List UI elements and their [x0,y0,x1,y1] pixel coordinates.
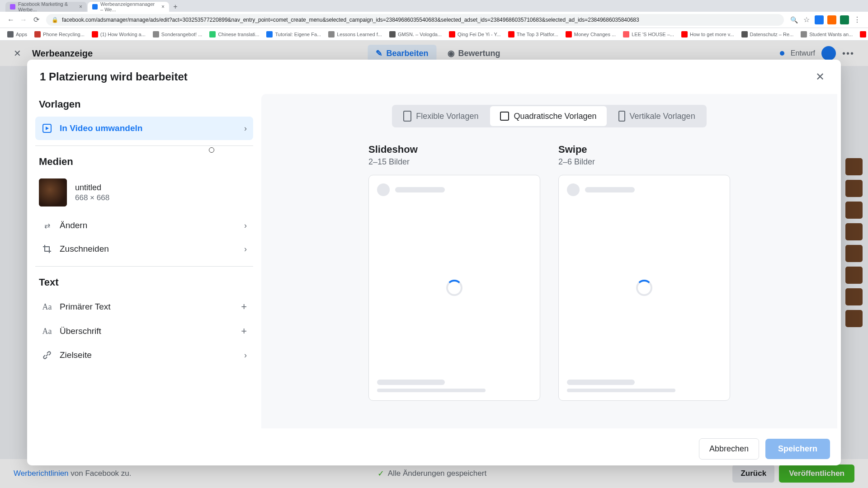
bookmark-item[interactable]: How to get more v... [679,30,737,38]
flexible-icon [403,111,411,122]
tab-title: Facebook Marketing & Werbe... [18,1,75,12]
bookmark-item[interactable]: Chinese translati... [207,30,262,38]
bookmark-item[interactable]: Datenschutz – Re... [739,30,797,38]
swap-icon: ⇄ [42,220,52,231]
tab-square[interactable]: Quadratische Vorlagen [490,106,606,126]
bookmarks-bar: Apps Phone Recycling... (1) How Working … [0,28,868,41]
template-format-tabs: Flexible Vorlagen Quadratische Vorlagen … [392,105,706,127]
bookmark-item[interactable]: The Top 3 Platfor... [505,30,561,38]
tab-title: Werbeanzeigenmanager – We... [100,1,158,12]
lock-icon: 🔒 [52,17,58,23]
section-text: Text [35,272,253,295]
modal-header: 1 Platzierung wird bearbeitet ✕ [27,60,841,94]
url-input[interactable]: 🔒 facebook.com/adsmanager/manage/ads/edi… [46,14,784,26]
divider [35,145,253,146]
star-icon[interactable]: ☆ [800,14,813,26]
plus-icon: + [241,301,247,313]
url-text: facebook.com/adsmanager/manage/ads/edit?… [62,17,639,23]
media-thumbnail [39,178,67,206]
bookmark-item[interactable]: (1) How Working a... [89,30,148,38]
tab-flexible[interactable]: Flexible Vorlagen [393,106,488,126]
address-bar: ← → ⟳ 🔒 facebook.com/adsmanager/manage/a… [0,12,868,28]
skeleton-line [567,380,635,385]
media-item[interactable]: untitled 668 × 668 [35,174,253,214]
media-name: untitled [75,183,109,192]
card-title: Swipe [558,144,730,155]
placement-editor-modal: 1 Platzierung wird bearbeitet ✕ Vorlagen… [27,60,841,465]
skeleton-avatar [567,183,580,196]
template-card-slideshow[interactable]: Slideshow 2–15 Bilder [368,144,540,401]
template-preview-area: Flexible Vorlagen Quadratische Vorlagen … [261,94,837,428]
card-title: Slideshow [368,144,540,155]
card-preview [558,175,730,401]
extension-icon[interactable] [815,15,824,24]
divider [35,266,253,267]
chevron-right-icon: › [244,221,247,230]
close-icon[interactable]: × [161,4,165,10]
section-media: Medien [35,151,253,174]
crop-icon [42,244,52,254]
vertical-icon [618,111,625,122]
zoom-icon[interactable]: 🔍 [788,14,800,26]
chevron-right-icon: › [244,351,247,360]
browser-tab[interactable]: Facebook Marketing & Werbe... × [5,2,87,12]
extension-icon[interactable] [827,15,836,24]
primary-text-row[interactable]: Aa Primärer Text + [35,295,253,319]
text-icon: Aa [42,326,52,337]
bookmark-item[interactable]: Sonderangebot! ... [150,30,205,38]
modal-sidebar: Vorlagen In Video umwandeln › Medien unt… [27,94,261,432]
square-icon [500,112,509,121]
close-icon[interactable]: × [79,4,82,10]
bookmark-item[interactable]: LEE 'S HOUSE –... [620,30,677,38]
media-dimensions: 668 × 668 [75,193,109,202]
browser-tab-active[interactable]: Werbeanzeigenmanager – We... × [88,2,169,12]
bookmark-item[interactable]: GMSN. – Vologda... [387,30,444,38]
apps-button[interactable]: Apps [5,30,30,38]
crop-media-row[interactable]: Zuschneiden › [35,237,253,261]
tab-favicon [10,4,15,9]
chevron-right-icon: › [244,124,247,133]
loading-spinner-icon [446,280,462,296]
bookmark-item[interactable]: Phone Recycling... [32,30,87,38]
close-icon[interactable]: ✕ [812,69,828,85]
card-preview [368,175,540,401]
plus-icon: + [241,325,247,337]
skeleton-line [567,389,675,392]
cancel-button[interactable]: Abbrechen [699,438,759,460]
nav-back-icon[interactable]: ← [5,14,17,26]
modal-footer: Abbrechen Speichern [27,432,841,465]
convert-to-video-row[interactable]: In Video umwandeln › [35,117,253,140]
card-subtitle: 2–15 Bilder [368,157,540,167]
bookmark-item[interactable]: Money Changes ... [563,30,618,38]
loading-spinner-icon [636,280,652,296]
bookmark-item[interactable]: Lessons Learned f... [326,30,385,38]
link-icon [42,350,52,361]
menu-icon[interactable]: ⋮ [851,14,863,26]
new-tab-button[interactable]: + [170,2,181,12]
skeleton-line [585,187,635,192]
section-templates: Vorlagen [35,94,253,117]
template-card-swipe[interactable]: Swipe 2–6 Bilder [558,144,730,401]
landing-page-row[interactable]: Zielseite › [35,343,253,367]
save-button[interactable]: Speichern [765,439,830,459]
skeleton-line [377,380,445,385]
change-media-row[interactable]: ⇄ Ändern › [35,214,253,237]
bookmark-item[interactable]: Student Wants an... [798,30,855,38]
nav-reload-icon[interactable]: ⟳ [30,14,42,26]
modal-title: 1 Platzierung wird bearbeitet [40,70,188,83]
bookmark-item[interactable]: Qing Fei De Yi - Y... [446,30,504,38]
bookmark-item[interactable]: Tutorial: Eigene Fa... [264,30,324,38]
extension-icon[interactable] [840,15,849,24]
nav-forward-icon[interactable]: → [17,14,30,26]
tab-favicon [92,4,98,9]
tab-vertical[interactable]: Vertikale Vorlagen [609,106,705,126]
play-icon [42,123,52,134]
skeleton-line [395,187,445,192]
chevron-right-icon: › [244,244,247,254]
skeleton-avatar [377,183,390,196]
skeleton-line [377,389,486,392]
card-subtitle: 2–6 Bilder [558,157,730,167]
headline-row[interactable]: Aa Überschrift + [35,319,253,343]
text-icon: Aa [42,301,52,312]
bookmark-item[interactable]: (2) How To Add A... [857,30,868,38]
